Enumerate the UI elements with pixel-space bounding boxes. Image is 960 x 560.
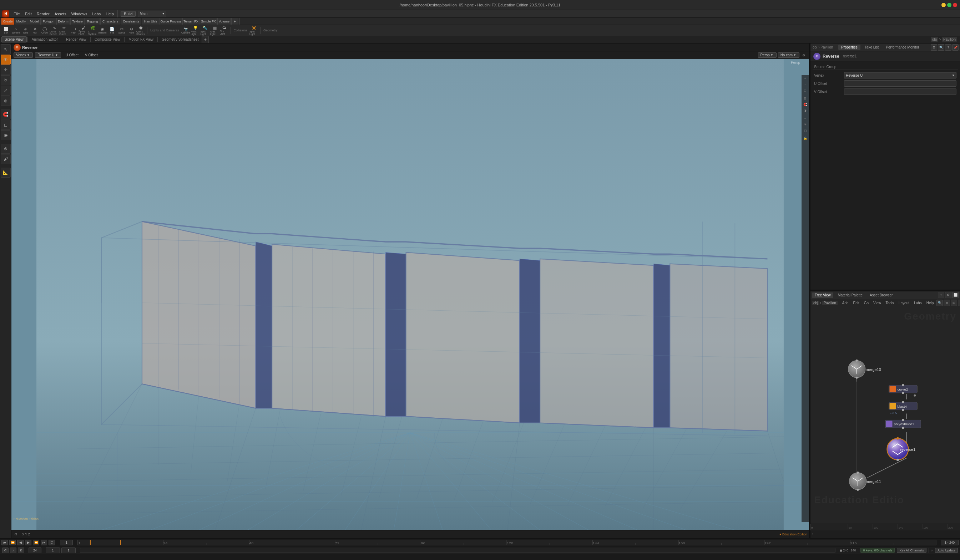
tool-sphere[interactable]: ○ Sphere (11, 26, 20, 35)
tl-goto-start[interactable]: ⏮ (2, 540, 8, 546)
tab-animation-editor[interactable]: Animation Editor (29, 37, 61, 42)
pivot-tool[interactable]: ⊗ (1, 144, 11, 154)
tool-sky-light[interactable]: 🌤 Sky Light (220, 26, 229, 35)
workspace-dropdown[interactable]: Main ▼ (138, 11, 166, 17)
tool-area-light[interactable]: ▦ Area Light (210, 26, 219, 35)
vis-tool[interactable]: ◻ (1, 120, 11, 130)
sb-keys-btn[interactable]: K (18, 547, 24, 553)
add-shelf-tab[interactable]: + (231, 18, 238, 25)
soft-select[interactable]: ◉ (1, 130, 11, 140)
sb-audio-btn[interactable]: ♪ (10, 547, 16, 553)
path-obj[interactable]: obj (813, 45, 817, 49)
sb-start-frame[interactable]: 1 (46, 547, 60, 553)
node-graph-canvas[interactable]: Education Editio Geometry (810, 307, 960, 523)
create-tab[interactable]: Create (2, 18, 14, 25)
key-all-channels-btn[interactable]: Key All Channels (897, 548, 926, 553)
path-pavilion[interactable]: Pavilion (821, 45, 833, 49)
menu-file[interactable]: File (11, 11, 22, 17)
volume-tab[interactable]: Volume (218, 18, 231, 25)
auto-update-btn[interactable]: Auto Update (935, 548, 958, 553)
simpleFX-tab[interactable]: Simple FX (200, 18, 217, 25)
ng-list-view[interactable]: ≡ (944, 300, 950, 306)
scale-tool[interactable]: ⤢ (1, 86, 11, 96)
tool-spot-light[interactable]: 🔦 Spot Light (200, 26, 210, 35)
deform-tab[interactable]: Deform (56, 18, 70, 25)
vp-bg-opts[interactable]: ◻ (802, 128, 808, 133)
tool-box[interactable]: ⬜ Box (2, 26, 11, 35)
breadcrumb-pavilion[interactable]: Pavilion (942, 37, 957, 42)
vp-snap-toggle[interactable]: 🧲 (802, 102, 808, 107)
tab-asset-browser[interactable]: Asset Browser (867, 292, 895, 298)
tl-step-back[interactable]: ⏪ (9, 540, 16, 546)
close-btn[interactable] (953, 3, 957, 7)
characters-tab[interactable]: Characters (100, 18, 120, 25)
minimize-btn[interactable] (941, 3, 946, 7)
menu-labs[interactable]: Labs (90, 11, 103, 17)
tool-splice[interactable]: ✂ Splice (117, 26, 126, 35)
sb-fps-input[interactable]: 24 (29, 547, 42, 553)
tool-hole[interactable]: ⊙ Hole (127, 26, 136, 35)
voffset-value[interactable] (844, 88, 957, 95)
ng-add-tab[interactable]: + (938, 292, 944, 298)
view-tool[interactable]: 👁 (1, 54, 11, 65)
tab-tree-view[interactable]: Tree View (812, 292, 833, 298)
timeline-scrubber[interactable]: 1 24 48 72 96 120 144 168 192 216 (77, 540, 936, 546)
menu-assets[interactable]: Assets (53, 11, 69, 17)
tab-motion-fx-view[interactable]: Motion FX View (125, 37, 157, 42)
tool-path[interactable]: ⟶ Path (69, 26, 78, 35)
ng-search-btn[interactable]: 🔍 (936, 300, 943, 306)
props-pin[interactable]: 📌 (952, 44, 958, 51)
tool-draw-curve[interactable]: ✏ Draw Curve (59, 26, 69, 35)
tl-step-fwd[interactable]: ⏩ (33, 540, 39, 546)
measure-tool[interactable]: 📐 (1, 168, 11, 178)
ng-path-pavilion[interactable]: Pavilion (822, 301, 838, 305)
props-search[interactable]: 🔍 (938, 44, 944, 51)
tab-properties[interactable]: Properties (838, 45, 861, 50)
tl-play[interactable]: ▶ (25, 540, 31, 546)
menu-help[interactable]: Help (104, 11, 116, 17)
tool-curve-bezier[interactable]: ∿ Curve Bezier (50, 26, 59, 35)
ng-go-btn[interactable]: Go (862, 301, 870, 305)
persp-dropdown[interactable]: Persp ▼ (758, 53, 776, 58)
guideprocess-tab[interactable]: Guide Process (160, 18, 182, 25)
select-tool[interactable]: ↖ (1, 44, 11, 54)
tl-goto-end[interactable]: ⏭ (41, 540, 47, 546)
tool-spot-light2[interactable]: 🔆 Spot Light (250, 26, 259, 35)
breadcrumb-obj[interactable]: obj (931, 37, 938, 42)
tool-tube[interactable]: ⌀ Tube (21, 26, 30, 35)
ng-edit-btn[interactable]: Edit (851, 301, 861, 305)
ng-labs-btn[interactable]: Labs (912, 301, 923, 305)
handle-tool[interactable]: ⊕ (1, 96, 11, 106)
ng-path-obj[interactable]: obj (812, 301, 819, 305)
vp-zoom-in[interactable]: + (802, 76, 808, 81)
tool-quick-shapes[interactable]: ⬟ Quick Shapes (136, 26, 146, 35)
ng-grid-view[interactable]: ⊞ (951, 300, 957, 306)
tool-lsystem[interactable]: 🌿 L-System (88, 26, 98, 35)
tab-take-list[interactable]: Take List (862, 45, 882, 50)
tab-composite-view[interactable]: Composite View (91, 37, 123, 42)
tool-metaball[interactable]: ◉ Metaball (98, 26, 107, 35)
reverse-u-dropdown[interactable]: Reverse U ▼ (35, 53, 61, 58)
ng-help-btn[interactable]: Help (925, 301, 936, 305)
frame-range[interactable]: 1 - 240 (941, 540, 958, 546)
vp-lighting-opts[interactable]: ☀ (802, 121, 808, 127)
ng-settings[interactable]: ⚙ (945, 292, 952, 298)
hanutils-tab[interactable]: Han Utils (142, 18, 160, 25)
vp-settings-small[interactable]: ⚙ (13, 531, 19, 537)
vp-display-opts[interactable]: ≡ (802, 116, 808, 121)
menu-windows[interactable]: Windows (69, 11, 90, 17)
frame-input[interactable]: 1 (60, 540, 73, 546)
rigging-tab[interactable]: Rigging (85, 18, 100, 25)
tl-realtime[interactable]: ⏱ (48, 540, 55, 546)
uoffset-value[interactable] (844, 80, 957, 87)
translate-tool[interactable]: ✛ (1, 65, 11, 75)
props-help[interactable]: ? (945, 44, 952, 51)
vertex-value-dropdown[interactable]: Reverse U ▼ (844, 72, 957, 78)
menu-edit[interactable]: Edit (23, 11, 34, 17)
model-tab[interactable]: Model (28, 18, 41, 25)
vp-zoom-out[interactable]: - (802, 82, 808, 88)
nocam-dropdown[interactable]: No cam ▼ (778, 53, 799, 58)
tl-play-back[interactable]: ◀ (17, 540, 24, 546)
tool-camera[interactable]: 📷 Camera (181, 26, 190, 35)
polygon-tab[interactable]: Polygon (41, 18, 56, 25)
